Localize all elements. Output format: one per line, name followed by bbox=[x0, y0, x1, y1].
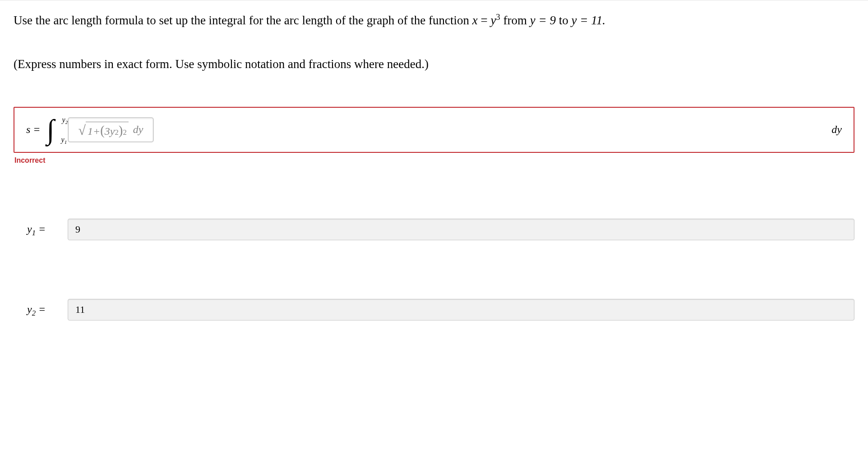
function-rhs: y3 bbox=[490, 14, 500, 27]
coef-3: 3 bbox=[105, 125, 110, 137]
one: 1 bbox=[88, 125, 93, 137]
y2-label: y2 = bbox=[27, 303, 68, 316]
y-equals-11: y = 11. bbox=[572, 14, 605, 27]
y1-label: y1 = bbox=[27, 223, 68, 235]
var-y: y bbox=[110, 125, 115, 137]
integrand-answer-box: s = ∫ y2 y1 √ 1 + ( 3y2 )2 dy dy bbox=[14, 107, 854, 153]
upper-limit: y2 bbox=[62, 116, 68, 124]
problem-instruction: (Express numbers in exact form. Use symb… bbox=[14, 57, 429, 71]
lparen-icon: ( bbox=[100, 123, 105, 138]
function-lhs: x bbox=[472, 14, 478, 27]
problem-text-part: Use the arc length formula to set up the… bbox=[14, 14, 472, 27]
sqrt-icon: √ bbox=[78, 124, 86, 137]
var-y: y bbox=[490, 14, 496, 27]
y-equals-9: y = 9 bbox=[530, 14, 556, 27]
y2-input[interactable]: 11 bbox=[68, 299, 854, 321]
question-container: Use the arc length formula to set up the… bbox=[0, 0, 868, 348]
y2-row: y2 = 11 bbox=[27, 299, 854, 321]
integrand-input[interactable]: √ 1 + ( 3y2 )2 dy bbox=[68, 118, 154, 142]
exponent-3: 3 bbox=[496, 12, 500, 22]
integral-sign-wrap: ∫ y2 y1 bbox=[47, 119, 55, 141]
y1-input[interactable]: 9 bbox=[68, 219, 854, 240]
dy-trailing: dy bbox=[831, 124, 842, 136]
integral-expression: s = ∫ y2 y1 bbox=[26, 119, 60, 141]
integral-sign-icon: ∫ bbox=[47, 119, 55, 141]
problem-statement: Use the arc length formula to set up the… bbox=[14, 9, 854, 75]
y1-row: y1 = 9 bbox=[27, 219, 854, 240]
to-text: to bbox=[556, 14, 572, 27]
rparen-icon: ) bbox=[119, 123, 123, 138]
from-text: from bbox=[500, 14, 530, 27]
dy-inside: dy bbox=[133, 124, 143, 136]
sqrt-expression: √ 1 + ( 3y2 )2 bbox=[78, 122, 129, 138]
plus: + bbox=[93, 125, 100, 137]
lower-limit: y1 bbox=[61, 136, 67, 144]
var-x: x bbox=[472, 14, 478, 27]
equals: = bbox=[478, 14, 491, 27]
s-equals: s = bbox=[26, 124, 41, 136]
status-incorrect: Incorrect bbox=[14, 156, 854, 165]
sqrt-content: 1 + ( 3y2 )2 bbox=[86, 122, 129, 138]
